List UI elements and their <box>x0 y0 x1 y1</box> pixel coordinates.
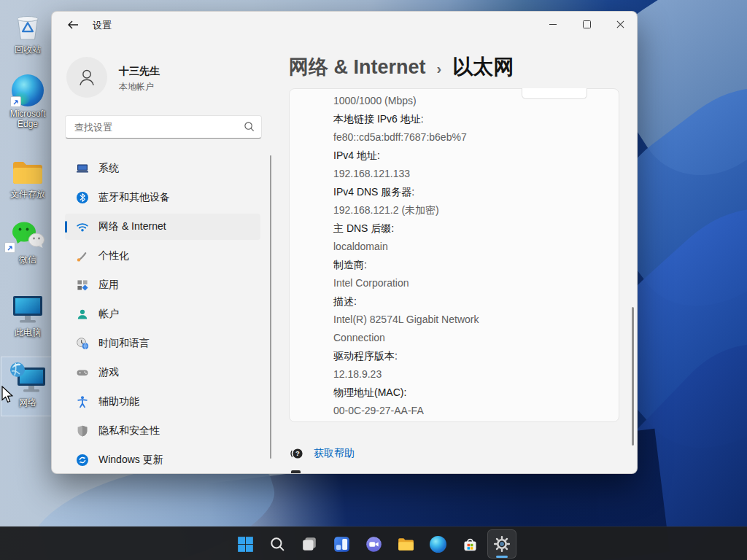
back-button[interactable] <box>61 15 85 34</box>
store-button[interactable] <box>455 529 484 559</box>
property-label: 本地链接 IPv6 地址: <box>333 110 619 128</box>
sidebar-item-label: Windows 更新 <box>98 454 163 467</box>
taskbar: 14:24 2021/9/3 3 白云一键重装系统 www.baiyunxito… <box>0 526 747 560</box>
sidebar-item-label: 时间和语言 <box>98 337 150 350</box>
desktop: 回收站 Microsoft Edge 文件存放 <box>0 0 747 560</box>
widgets-button[interactable] <box>327 529 356 559</box>
breadcrumb-separator-icon: › <box>437 61 442 77</box>
property-value: fe80::cd5a:bdff:7687:b6eb%7 <box>333 128 532 147</box>
accessibility-icon <box>76 395 89 408</box>
search-input[interactable] <box>73 117 236 137</box>
back-arrow-icon <box>68 20 79 29</box>
wechat-icon <box>0 219 55 252</box>
sidebar-item-personalization[interactable]: 个性化 <box>65 243 260 269</box>
property-value: 00-0C-29-27-AA-FA <box>333 402 532 420</box>
property-value: 192.168.121.2 (未加密) <box>333 201 532 219</box>
close-icon <box>616 20 624 28</box>
sidebar-item-apps[interactable]: 应用 <box>65 272 260 298</box>
sidebar-item-gaming[interactable]: 游戏 <box>65 359 260 386</box>
desktop-icon-this-pc[interactable]: 此电脑 <box>0 292 55 338</box>
folder-icon <box>0 153 55 187</box>
desktop-icon-microsoft-edge[interactable]: Microsoft Edge <box>0 73 55 129</box>
edge-button[interactable] <box>423 529 452 559</box>
property-label: 制造商: <box>333 256 619 274</box>
property-label: IPv4 DNS 服务器: <box>333 183 619 201</box>
widgets-icon <box>333 536 350 553</box>
settings-button[interactable] <box>487 529 516 559</box>
sidebar-item-bluetooth-devices[interactable]: 蓝牙和其他设备 <box>65 184 260 211</box>
accounts-person-icon <box>76 308 89 321</box>
person-icon <box>74 65 99 90</box>
sidebar-item-label: 网络 & Internet <box>98 220 166 233</box>
wifi-icon <box>76 220 89 233</box>
search-icon <box>269 536 285 552</box>
desktop-icon-label: 回收站 <box>0 44 55 55</box>
personalization-brush-icon <box>76 249 89 262</box>
file-explorer-button[interactable] <box>391 529 420 559</box>
maximize-button[interactable] <box>570 12 603 36</box>
edge-logo-icon <box>0 73 55 106</box>
sidebar-scrollbar[interactable] <box>270 155 271 459</box>
sidebar-item-network-internet[interactable]: 网络 & Internet <box>65 214 260 240</box>
settings-search-box[interactable] <box>65 115 262 139</box>
sidebar-item-label: 系统 <box>98 162 119 175</box>
task-view-icon <box>301 536 317 552</box>
store-bag-icon <box>462 536 479 553</box>
settings-sidebar: 系统 蓝牙和其他设备 网络 & Internet 个性化 应用 帐户 <box>65 155 260 474</box>
bluetooth-icon <box>76 191 89 204</box>
time-language-icon <box>76 337 89 350</box>
desktop-icon-wechat[interactable]: 微信 <box>0 219 55 265</box>
content-scrollbar-thumb[interactable] <box>632 307 634 446</box>
recycle-bin-icon <box>0 9 55 42</box>
svg-text:?: ? <box>295 449 300 457</box>
desktop-icon-recycle-bin[interactable]: 回收站 <box>0 9 55 55</box>
minimize-button[interactable] <box>536 12 570 36</box>
task-view-button[interactable] <box>295 529 324 559</box>
taskbar-search-button[interactable] <box>263 529 292 559</box>
sidebar-item-time-language[interactable]: 时间和语言 <box>65 330 260 357</box>
chat-button[interactable] <box>359 529 388 559</box>
sidebar-item-system[interactable]: 系统 <box>65 155 260 182</box>
property-label: 描述: <box>333 292 619 311</box>
property-value: localdomain <box>333 238 532 256</box>
desktop-icon-label: 微信 <box>0 254 55 265</box>
property-label: 驱动程序版本: <box>333 347 619 365</box>
sidebar-item-label: 帐户 <box>98 308 119 321</box>
property-label: 主 DNS 后缀: <box>333 219 619 238</box>
breadcrumb: 网络 & Internet › 以太网 <box>289 53 514 81</box>
sidebar-item-label: 个性化 <box>98 249 129 262</box>
sidebar-item-accessibility[interactable]: 辅助功能 <box>65 389 260 415</box>
property-label: IPv4 地址: <box>333 147 619 165</box>
desktop-icon-file-folder[interactable]: 文件存放 <box>0 153 55 199</box>
maximize-icon <box>583 20 591 28</box>
edge-logo-icon <box>430 536 446 553</box>
close-button[interactable] <box>603 12 637 36</box>
sidebar-item-privacy-security[interactable]: 隐私和安全性 <box>65 418 260 444</box>
property-value: 192.168.121.133 <box>333 165 532 183</box>
breadcrumb-parent[interactable]: 网络 & Internet <box>289 54 426 80</box>
desktop-icon-label: 此电脑 <box>0 327 55 338</box>
windows-logo-icon <box>237 536 254 553</box>
sidebar-item-accounts[interactable]: 帐户 <box>65 301 260 327</box>
get-help-label: 获取帮助 <box>314 447 355 460</box>
shortcut-arrow-icon <box>10 96 21 107</box>
avatar[interactable] <box>66 57 107 98</box>
feedback-icon-partial <box>291 470 301 473</box>
settings-window: 设置 十三先生 本地帐户 系统 <box>51 11 638 474</box>
page-title: 以太网 <box>452 53 514 81</box>
link-speed-value: 1000/1000 (Mbps) <box>333 92 532 110</box>
window-title: 设置 <box>93 19 112 32</box>
get-help-link[interactable]: ? 获取帮助 <box>290 446 355 461</box>
desktop-icon-label: 文件存放 <box>0 189 55 199</box>
start-button[interactable] <box>231 529 260 559</box>
minimize-icon <box>549 24 557 25</box>
copy-button[interactable] <box>522 88 587 99</box>
help-question-icon: ? <box>290 446 304 461</box>
title-bar: 设置 <box>52 12 637 38</box>
sidebar-item-windows-update[interactable]: Windows 更新 <box>65 447 260 473</box>
property-value: 12.18.9.23 <box>333 365 532 384</box>
sidebar-item-label: 游戏 <box>98 366 119 379</box>
selected-accent-bar <box>65 221 67 233</box>
chat-camera-icon <box>365 536 382 553</box>
profile-account-type: 本地帐户 <box>119 81 154 93</box>
